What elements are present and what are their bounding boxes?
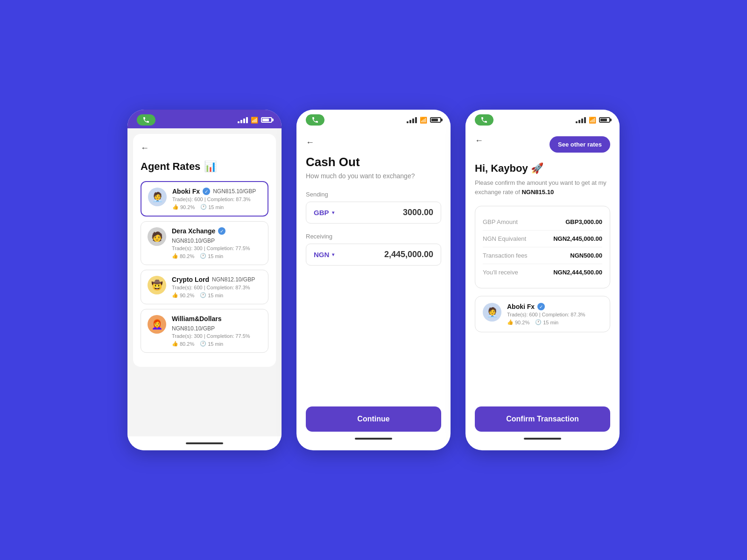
home-bar-2 <box>306 432 441 446</box>
agent-meta-1: 👍 80.2% 🕐 15 min <box>172 253 261 259</box>
page-title-1: Agent Rates 📊 <box>141 161 268 173</box>
agent-avatar-3: 👩‍🦰 <box>148 315 166 334</box>
agent-avatar-2: 🤠 <box>148 276 166 294</box>
agent-stats-2: Trade(s): 600 | Completion: 87.3% <box>172 285 261 290</box>
detail-row-fees: Transaction fees NGN500.00 <box>483 247 602 264</box>
confirm-agent-info: Aboki Fx ✓ Trade(s): 600 | Completion: 8… <box>507 303 602 325</box>
agent-info-0: Aboki Fx ✓ NGN815.10/GBP Trade(s): 600 |… <box>172 188 261 210</box>
phone-agent-rates: 📶 ← Agent Rates 📊 🧑‍💼 Aboki Fx ✓ NGN81 <box>127 110 282 450</box>
confirm-content: ← See other rates Hi, Kayboy 🚀 Please co… <box>465 128 620 401</box>
status-right-1: 📶 <box>238 117 272 124</box>
agent-meta-2: 👍 90.2% 🕐 15 min <box>172 292 261 298</box>
signal-icon-2 <box>407 117 417 123</box>
confirm-agent-stats: Trade(s): 600 | Completion: 87.3% <box>507 312 602 317</box>
confirm-transaction-button[interactable]: Confirm Transaction <box>475 406 610 432</box>
receiving-input[interactable]: NGN ▾ 2,445,000.00 <box>306 244 441 266</box>
agent-card-2[interactable]: 🤠 Crypto Lord NGN812.10/GBP Trade(s): 60… <box>141 270 268 304</box>
chevron-down-gbp: ▾ <box>332 210 334 215</box>
agent-avatar-1: 🧑 <box>148 227 166 246</box>
wifi-icon-3: 📶 <box>589 117 596 124</box>
agent-stats-0: Trade(s): 600 | Completion: 87.3% <box>172 196 261 202</box>
ngn-equiv-label: NGN Equivalent <box>483 235 526 242</box>
sending-input[interactable]: GBP ▾ 3000.00 <box>306 202 441 224</box>
receiving-value: 2,445,000.00 <box>384 250 433 259</box>
agent-rate-2: NGN812.10/GBP <box>212 276 255 283</box>
chevron-down-ngn: ▾ <box>332 252 334 257</box>
status-bar-1: 📶 <box>127 110 282 128</box>
confirm-agent-meta: 👍 90.2% 🕐 15 min <box>507 319 602 325</box>
agent-meta-0: 👍 90.2% 🕐 15 min <box>172 204 261 210</box>
agent-card-1[interactable]: 🧑 Dera Xchange ✓ NGN810.10/GBP Trade(s):… <box>141 221 268 265</box>
receive-label: You'll receive <box>483 269 518 276</box>
status-bar-2: 📶 <box>296 110 451 128</box>
cashout-subtitle: How much do you want to exchange? <box>306 172 441 180</box>
back-button-2[interactable]: ← <box>306 138 314 147</box>
wifi-icon: 📶 <box>251 117 258 124</box>
greeting: Hi, Kayboy 🚀 <box>475 162 610 175</box>
receiving-label: Receiving <box>306 233 441 240</box>
home-indicator-2 <box>355 438 392 440</box>
agent-meta-3: 👍 80.2% 🕐 15 min <box>172 341 261 347</box>
confirm-agent-avatar: 🧑‍💼 <box>483 303 501 322</box>
confirm-verified-badge: ✓ <box>537 303 545 310</box>
gbp-amount-label: GBP Amount <box>483 218 518 225</box>
home-bar-1 <box>127 436 282 450</box>
continue-button[interactable]: Continue <box>306 406 441 432</box>
see-other-rates-button[interactable]: See other rates <box>550 136 610 153</box>
cashout-content: ← Cash Out How much do you want to excha… <box>296 128 451 401</box>
agent-name-0: Aboki Fx <box>172 188 200 195</box>
verified-badge-0: ✓ <box>203 188 210 195</box>
confirm-agent-name: Aboki Fx <box>507 303 535 310</box>
details-card: GBP Amount GBP3,000.00 NGN Equivalent NG… <box>475 206 610 288</box>
agent-info-2: Crypto Lord NGN812.10/GBP Trade(s): 600 … <box>172 276 261 298</box>
agent-name-2: Crypto Lord <box>172 276 209 283</box>
gbp-amount-value: GBP3,000.00 <box>565 218 602 225</box>
currency-select-gbp[interactable]: GBP ▾ <box>314 209 334 217</box>
phone-cash-out: 📶 ← Cash Out How much do you want to exc… <box>296 110 451 450</box>
detail-row-receive: You'll receive NGN2,444,500.00 <box>483 264 602 280</box>
back-button-1[interactable]: ← <box>141 143 149 153</box>
phone-call-icon-2 <box>306 114 324 126</box>
battery-icon-3 <box>599 117 610 123</box>
home-indicator-1 <box>186 442 223 444</box>
verified-badge-1: ✓ <box>218 227 226 235</box>
ngn-equiv-value: NGN2,445,000.00 <box>553 235 602 242</box>
agent-card-3[interactable]: 👩‍🦰 William&Dollars NGN810.10/GBP Trade(… <box>141 309 268 353</box>
agent-stats-1: Trade(s): 300 | Completion: 77.5% <box>172 245 261 251</box>
agent-rate-0: NGN815.10/GBP <box>213 188 256 195</box>
agent-stats-3: Trade(s): 300 | Completion: 77.5% <box>172 333 261 339</box>
phone1-content: ← Agent Rates 📊 🧑‍💼 Aboki Fx ✓ NGN815.10… <box>127 128 282 436</box>
agent-rate-3: NGN810.10/GBP <box>172 325 215 332</box>
agent-info-1: Dera Xchange ✓ NGN810.10/GBP Trade(s): 3… <box>172 227 261 259</box>
currency-select-ngn[interactable]: NGN ▾ <box>314 251 334 259</box>
detail-row-gbp: GBP Amount GBP3,000.00 <box>483 214 602 231</box>
agent-name-3: William&Dollars <box>172 315 221 322</box>
agent-name-1: Dera Xchange <box>172 227 215 235</box>
fees-value: NGN500.00 <box>570 252 602 259</box>
currency-gbp-label: GBP <box>314 209 329 217</box>
agent-avatar-0: 🧑‍💼 <box>148 188 167 206</box>
confirm-subtitle: Please confirm the amount you want to ge… <box>475 178 610 196</box>
fees-label: Transaction fees <box>483 252 528 259</box>
sending-label: Sending <box>306 191 441 198</box>
agent-rate-1: NGN810.10/GBP <box>172 238 215 244</box>
phone-call-icon <box>137 114 155 126</box>
phone2-footer: Continue <box>296 401 451 450</box>
agent-rates-panel: ← Agent Rates 📊 🧑‍💼 Aboki Fx ✓ NGN815.10… <box>133 134 276 367</box>
agent-info-3: William&Dollars NGN810.10/GBP Trade(s): … <box>172 315 261 347</box>
phone-call-icon-3 <box>475 114 493 126</box>
phone3-footer: Confirm Transaction <box>465 401 620 450</box>
detail-row-ngn: NGN Equivalent NGN2,445,000.00 <box>483 231 602 247</box>
battery-icon-2 <box>430 117 441 123</box>
receive-value: NGN2,444,500.00 <box>553 269 602 276</box>
agent-card-0[interactable]: 🧑‍💼 Aboki Fx ✓ NGN815.10/GBP Trade(s): 6… <box>141 181 268 217</box>
agent-summary-card: 🧑‍💼 Aboki Fx ✓ Trade(s): 600 | Completio… <box>475 296 610 332</box>
signal-icon-3 <box>576 117 586 123</box>
status-bar-3: 📶 <box>465 110 620 128</box>
battery-icon <box>261 117 272 123</box>
phone-confirm: 📶 ← See other rates Hi, Kayboy 🚀 Please … <box>465 110 620 450</box>
back-button-3[interactable]: ← <box>475 136 483 146</box>
currency-ngn-label: NGN <box>314 251 329 259</box>
signal-icon <box>238 117 248 123</box>
wifi-icon-2: 📶 <box>420 117 427 124</box>
